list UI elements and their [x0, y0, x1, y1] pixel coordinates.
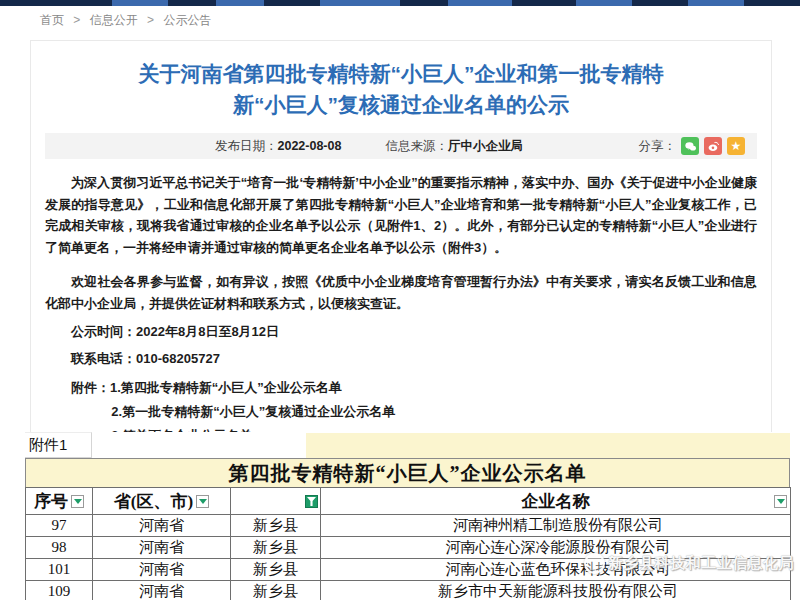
contact-phone: 联系电话：010-68205727	[45, 350, 757, 368]
col-header-county	[231, 488, 321, 515]
article-meta-bar: 发布日期：2022-08-08 信息来源：厅中小企业局 分享： ★	[45, 133, 757, 159]
attachment1-sheet-image: 附件1 第四批专精特新“小巨人”企业公示名单 序号 省(区、市) 企业名称	[25, 432, 790, 600]
share-weibo-icon[interactable]	[704, 137, 722, 155]
filter-dropdown-icon	[196, 495, 209, 508]
filter-dropdown-icon	[71, 495, 84, 508]
table-header-row: 序号 省(区、市) 企业名称	[26, 488, 791, 515]
cell-index: 109	[26, 581, 93, 600]
cell-company: 河南神州精工制造股份有限公司	[321, 515, 791, 537]
cell-county: 新乡县	[231, 515, 321, 537]
table-row: 98 河南省 新乡县 河南心连心深冷能源股份有限公司	[26, 537, 791, 559]
share-favorite-star-icon[interactable]: ★	[727, 137, 745, 155]
sheet-title-banner: 第四批专精特新“小巨人”企业公示名单	[25, 458, 790, 487]
cell-county: 新乡县	[231, 581, 321, 600]
breadcrumb-notice-link[interactable]: 公示公告	[163, 13, 211, 27]
cell-index: 101	[26, 559, 93, 581]
cell-province: 河南省	[93, 537, 231, 559]
page-title: 关于河南省第四批专精特新“小巨人”企业和第一批专精特 新“小巨人”复核通过企业名…	[65, 58, 737, 120]
cell-index: 98	[26, 537, 93, 559]
cell-province: 河南省	[93, 559, 231, 581]
breadcrumb-home-link[interactable]: 首页	[40, 13, 64, 27]
article-paragraph-2: 欢迎社会各界参与监督，如有异议，按照《优质中小企业梯度培育管理暂行办法》中有关要…	[45, 271, 757, 314]
cell-company: 河南心连心深冷能源股份有限公司	[321, 537, 791, 559]
table-row: 97 河南省 新乡县 河南神州精工制造股份有限公司	[26, 515, 791, 537]
cell-province: 河南省	[93, 515, 231, 537]
page-title-line1: 关于河南省第四批专精特新“小巨人”企业和第一批专精特	[65, 58, 737, 89]
attachment-item-1: 附件：1.第四批专精特新“小巨人”企业公示名单	[45, 376, 757, 400]
table-row: 101 河南省 新乡县 河南心连心蓝色环保科技有限公司	[26, 559, 791, 581]
share-wechat-icon[interactable]	[681, 137, 699, 155]
publicity-time: 公示时间：2022年8月8日至8月12日	[45, 323, 757, 341]
filter-funnel-active-icon	[305, 495, 318, 508]
breadcrumb: 首页 > 信息公开 > 公示公告	[40, 12, 211, 29]
cell-province: 河南省	[93, 581, 231, 600]
attachment1-tag: 附件1	[25, 432, 92, 458]
col-header-province: 省(区、市)	[93, 488, 231, 515]
cell-index: 97	[26, 515, 93, 537]
info-source: 信息来源：厅中小企业局	[385, 138, 523, 155]
publish-date: 发布日期：2022-08-08	[215, 138, 341, 155]
col-header-index: 序号	[26, 488, 93, 515]
sheet-tag-row: 附件1	[25, 432, 790, 458]
share-bar: 分享： ★	[639, 137, 746, 155]
cell-county: 新乡县	[231, 537, 321, 559]
page-title-line2: 新“小巨人”复核通过企业名单的公示	[65, 89, 737, 120]
filter-dropdown-icon	[774, 495, 787, 508]
top-nav-strip	[0, 0, 800, 6]
share-label: 分享：	[639, 138, 677, 155]
cell-company: 河南心连心蓝色环保科技有限公司	[321, 559, 791, 581]
article-paragraph-1: 为深入贯彻习近平总书记关于“培育一批‘专精特新’中小企业”的重要指示精神，落实中…	[45, 172, 757, 258]
breadcrumb-info-link[interactable]: 信息公开	[90, 13, 138, 27]
companies-table: 序号 省(区、市) 企业名称 97 河南省 新乡县 河南	[25, 487, 791, 600]
col-header-company: 企业名称	[321, 488, 791, 515]
sheet-yellow-strip	[306, 433, 790, 458]
cell-company: 新乡市中天新能源科技股份有限公司	[321, 581, 791, 600]
attachment-item-2: 2.第一批专精特新“小巨人”复核通过企业公示名单	[45, 400, 757, 424]
breadcrumb-separator: >	[73, 13, 80, 27]
table-row: 109 河南省 新乡县 新乡市中天新能源科技股份有限公司	[26, 581, 791, 600]
breadcrumb-separator: >	[147, 13, 154, 27]
cell-county: 新乡县	[231, 559, 321, 581]
